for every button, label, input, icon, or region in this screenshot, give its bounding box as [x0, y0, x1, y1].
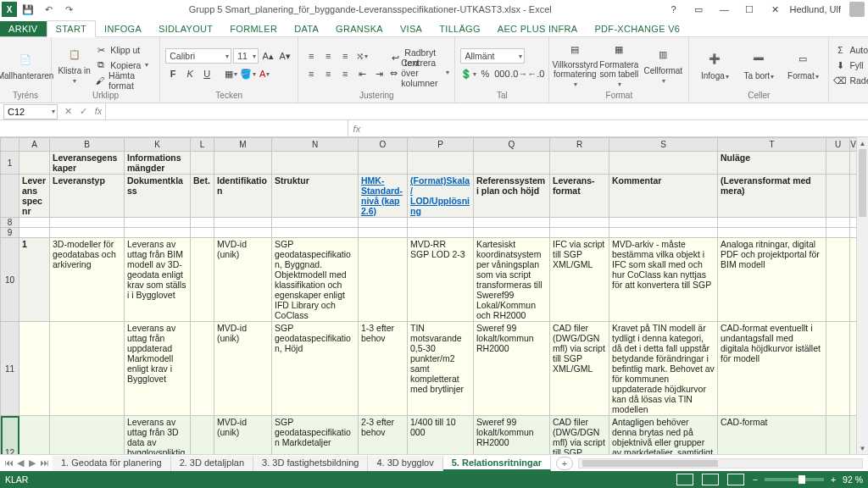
- cell[interactable]: SGP geodataspecifikation Markdetaljer: [272, 416, 359, 455]
- align-middle-icon[interactable]: ≡: [320, 48, 336, 64]
- tab-aecplus[interactable]: AEC PLUS Infra: [489, 21, 587, 36]
- header-cell[interactable]: Leveranstyp: [50, 175, 125, 218]
- column-header[interactable]: R: [550, 138, 609, 152]
- cell[interactable]: [474, 218, 550, 228]
- qat-undo-icon[interactable]: ↶: [39, 2, 58, 17]
- align-left-icon[interactable]: ≡: [303, 66, 319, 81]
- cell[interactable]: [191, 228, 214, 238]
- cell[interactable]: [214, 218, 272, 228]
- column-header[interactable]: B: [50, 138, 125, 152]
- format-painter-button[interactable]: 🖌Hämta format: [95, 74, 154, 87]
- ribbon-collapse-icon[interactable]: ▭: [687, 2, 709, 17]
- cell[interactable]: CAD-format eventuellt i undantagsfall me…: [718, 322, 826, 416]
- header-cell[interactable]: [19, 152, 50, 175]
- tab-pdfxchange[interactable]: PDF-XChange V6: [586, 21, 688, 36]
- cell[interactable]: [19, 228, 50, 238]
- cell[interactable]: [408, 228, 474, 238]
- tab-tillagg[interactable]: TILLÄGG: [431, 21, 489, 36]
- column-header[interactable]: N: [272, 138, 359, 152]
- cell[interactable]: SGP geodataspecifikation, Höjd: [272, 322, 359, 416]
- account-avatar-icon[interactable]: [849, 2, 865, 17]
- tab-infoga[interactable]: INFOGA: [96, 21, 150, 36]
- cell[interactable]: [474, 228, 550, 238]
- hscroll-thumb[interactable]: [582, 460, 718, 467]
- header-cell[interactable]: [272, 152, 359, 175]
- sheet-tab[interactable]: 5. Relationsritningar: [443, 456, 551, 471]
- font-color-button[interactable]: A▾: [257, 66, 272, 81]
- column-header[interactable]: O: [359, 138, 408, 152]
- tab-sidlayout[interactable]: SIDLAYOUT: [150, 21, 221, 36]
- header-cell[interactable]: [609, 152, 718, 175]
- column-header[interactable]: Q: [474, 138, 550, 152]
- italic-button[interactable]: K: [182, 66, 198, 81]
- cell[interactable]: [191, 218, 214, 228]
- header-cell[interactable]: Identifikation: [214, 175, 272, 218]
- cell[interactable]: [191, 238, 214, 322]
- zoom-slider[interactable]: [765, 478, 824, 481]
- scroll-thumb[interactable]: [859, 149, 866, 217]
- fx-icon[interactable]: fx: [92, 106, 105, 117]
- zoom-level[interactable]: 92 %: [843, 474, 863, 485]
- row-header[interactable]: 1: [1, 152, 19, 175]
- cell[interactable]: Analoga ritningar, digital PDF och proje…: [718, 238, 826, 322]
- header-cell[interactable]: [826, 175, 850, 218]
- row-header[interactable]: 11: [1, 322, 19, 416]
- sheet-tab[interactable]: 3. 3D fastighetsbildning: [253, 456, 368, 471]
- ribbon-help-icon[interactable]: ?: [662, 2, 684, 17]
- cell[interactable]: MVD-id (unik): [214, 322, 272, 416]
- cell[interactable]: CAD-format: [718, 416, 826, 455]
- column-header[interactable]: K: [125, 138, 191, 152]
- conditional-formatting-button[interactable]: ▤Villkorsstyrd formatering▾: [554, 42, 595, 89]
- cell[interactable]: MVD-id (unik): [214, 238, 272, 322]
- cell[interactable]: Sweref 99 lokalt/kommun RH2000: [474, 416, 550, 455]
- window-minimize-icon[interactable]: —: [713, 2, 735, 17]
- cell[interactable]: [850, 416, 857, 455]
- header-cell[interactable]: Informationsmängder: [125, 152, 191, 175]
- cell[interactable]: [214, 228, 272, 238]
- column-header[interactable]: L: [191, 138, 214, 152]
- cell[interactable]: Antagligen behöver denna brytas ned på o…: [609, 416, 718, 455]
- align-right-icon[interactable]: ≡: [337, 66, 353, 81]
- cell[interactable]: [826, 218, 850, 228]
- tab-arkiv[interactable]: ARKIV: [0, 21, 47, 36]
- tab-granska[interactable]: GRANSKA: [327, 21, 392, 36]
- cell[interactable]: 1-3 efter behov: [359, 322, 408, 416]
- cell[interactable]: 3D-modeller för geodatabas och arkiverin…: [50, 238, 125, 322]
- mallhanteraren-button[interactable]: 📄 Mallhanteraren: [5, 42, 46, 89]
- increase-indent-icon[interactable]: ⇥: [371, 66, 387, 81]
- cell[interactable]: TIN motsvarande 0,5-30 punkter/m2 samt k…: [408, 322, 474, 416]
- fx-icon-2[interactable]: fx: [353, 124, 361, 134]
- bold-button[interactable]: F: [165, 66, 181, 81]
- cell[interactable]: [550, 218, 609, 228]
- zoom-in-icon[interactable]: +: [831, 474, 836, 485]
- header-cell[interactable]: Referenssystem i plan och höjd: [474, 175, 550, 218]
- cell[interactable]: Kravet på TIN modell är tydligt i denna …: [609, 322, 718, 416]
- header-cell[interactable]: Kommentar: [609, 175, 718, 218]
- cancel-formula-icon[interactable]: ✕: [61, 106, 75, 117]
- view-page-break-icon[interactable]: [727, 474, 744, 485]
- worksheet-grid[interactable]: ABKLMNOPQRSTUV1LeveransegenskaperInforma…: [0, 137, 856, 454]
- orientation-icon[interactable]: ⤭▾: [354, 48, 370, 64]
- header-cell[interactable]: [408, 152, 474, 175]
- header-cell[interactable]: (Format)Skala/ LOD/Upplösning: [408, 175, 474, 218]
- sheet-nav-first-icon[interactable]: ⏮: [3, 458, 14, 469]
- row-header[interactable]: [1, 175, 19, 218]
- number-format-select[interactable]: Allmänt: [460, 48, 525, 64]
- decrease-font-icon[interactable]: A▾: [277, 48, 292, 64]
- font-name-select[interactable]: Calibri: [165, 48, 231, 64]
- decrease-indent-icon[interactable]: ⇤: [354, 66, 370, 81]
- cell[interactable]: [19, 218, 50, 228]
- qat-save-icon[interactable]: 💾: [19, 2, 37, 17]
- header-cell[interactable]: [474, 152, 550, 175]
- cell[interactable]: [19, 322, 50, 416]
- zoom-out-icon[interactable]: −: [753, 474, 758, 485]
- header-cell[interactable]: Leverans-format: [550, 175, 609, 218]
- dec-decimal-icon[interactable]: ←.0: [528, 66, 543, 81]
- scroll-up-icon[interactable]: ▲: [857, 137, 868, 149]
- cell[interactable]: Leverans av uttag från uppdaterad Markmo…: [125, 322, 191, 416]
- header-cell[interactable]: Struktur: [272, 175, 359, 218]
- row-header[interactable]: 9: [1, 228, 19, 238]
- fill-color-button[interactable]: 🪣▾: [240, 66, 255, 81]
- cell[interactable]: Leverans av uttag från 3D data av bygglo…: [125, 416, 191, 455]
- row-header[interactable]: 8: [1, 218, 19, 228]
